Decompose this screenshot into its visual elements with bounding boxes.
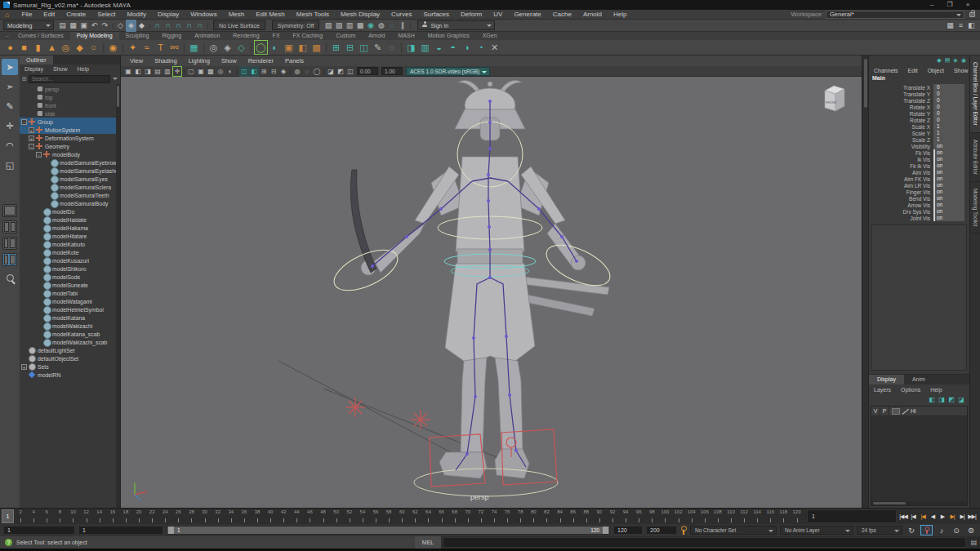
channel-value-field[interactable]: on	[933, 182, 964, 189]
timeline-tick[interactable]: 118	[777, 509, 790, 523]
timeline-tick[interactable]: 2	[14, 509, 27, 523]
menu-item[interactable]: Curves	[385, 11, 417, 18]
expander-icon[interactable]	[36, 315, 42, 321]
outliner-item[interactable]: defaultLightSet	[20, 346, 120, 354]
scale-tool[interactable]: ◱	[2, 157, 18, 173]
auto-key-button[interactable]	[920, 525, 933, 535]
channel-value-field[interactable]: on	[933, 215, 964, 221]
channel-value-field[interactable]: 0	[933, 104, 964, 110]
smooth-icon[interactable]: ▩	[310, 40, 323, 55]
menu-item[interactable]: Edit	[38, 11, 60, 18]
poly-cylinder-icon[interactable]: ▮	[31, 40, 45, 55]
outliner-item[interactable]: modelSamuraiBody	[20, 199, 120, 207]
new-layer-from-selected-icon[interactable]: ◨	[937, 394, 947, 405]
camera-attributes-icon[interactable]: ◨	[143, 66, 153, 77]
timeline-tick[interactable]: 18	[119, 509, 132, 523]
step-back-frame-button[interactable]: |◀	[908, 513, 918, 520]
command-input[interactable]	[443, 537, 966, 548]
shaded-icon[interactable]: ▣	[196, 66, 206, 77]
mute-audio-icon[interactable]: ♪	[936, 527, 947, 535]
live-surface-field[interactable]: No Live Surface	[213, 20, 265, 30]
layer-playback-toggle[interactable]: P	[880, 407, 889, 416]
expander-icon[interactable]	[36, 258, 42, 264]
outliner-item[interactable]: modelSamuraiTeeth	[20, 191, 120, 199]
expander-icon[interactable]	[21, 348, 27, 353]
snap-together-icon[interactable]: ◈	[220, 40, 234, 55]
timeline-tick[interactable]: 102	[671, 509, 684, 523]
menu-item[interactable]: Mesh Display	[335, 11, 385, 18]
expander-icon[interactable]: -	[21, 119, 27, 125]
channel-value-field[interactable]: on	[933, 162, 964, 169]
timeline-tick[interactable]: 6	[40, 509, 53, 523]
timeline-tick[interactable]: 64	[421, 509, 434, 523]
channelbox-menu[interactable]: Edit	[903, 68, 923, 73]
divider[interactable]: |	[181, 40, 187, 55]
outliner-item[interactable]: + Sets	[20, 362, 120, 371]
timeline-tick[interactable]: 104	[685, 509, 698, 523]
workspace-select[interactable]: General*	[826, 11, 964, 19]
outliner-item[interactable]: modelHitatare	[20, 232, 120, 240]
timeline-tick[interactable]: 26	[172, 509, 185, 523]
safe-title-icon[interactable]: ◈	[278, 66, 288, 77]
outliner-item[interactable]: side	[20, 109, 120, 118]
channel-value-field[interactable]: 0	[933, 91, 964, 97]
timeline-tick[interactable]: 60	[395, 509, 408, 523]
outliner-item[interactable]: modelSamuraiEyes	[20, 175, 120, 183]
lock-icon[interactable]	[969, 12, 975, 17]
timeline-tick[interactable]: 84	[553, 509, 566, 523]
gate-mask-icon[interactable]: ◧	[249, 66, 259, 77]
script-editor-icon[interactable]: ▤	[968, 536, 980, 549]
poly-disc-icon[interactable]: ○	[87, 40, 100, 55]
outliner-item[interactable]: modelHaidate	[20, 216, 120, 224]
channel-value-field[interactable]: on	[933, 156, 964, 162]
menu-item[interactable]: Edit Mesh	[250, 11, 291, 18]
outliner-item[interactable]: + DeformationSystem	[20, 134, 120, 142]
channel-value-field[interactable]: on	[933, 143, 964, 149]
timeline-tick[interactable]: 16	[106, 509, 119, 523]
menu-item[interactable]: UV	[488, 11, 508, 18]
expander-icon[interactable]	[36, 217, 42, 223]
channel-value-field[interactable]: on	[933, 208, 964, 215]
expander-icon[interactable]	[36, 274, 42, 280]
render-view-icon[interactable]: ◉	[365, 20, 376, 32]
snap-plane-icon[interactable]: ∩	[184, 20, 194, 32]
expander-icon[interactable]	[36, 266, 42, 272]
layout-outliner-persp-button[interactable]	[2, 253, 17, 266]
outliner-item[interactable]: modelWakizachi_scab	[20, 338, 120, 346]
timeline-tick[interactable]: 100	[658, 509, 671, 523]
timeline-tick[interactable]: 72	[474, 509, 488, 523]
boolean-icon[interactable]: ◐	[268, 40, 282, 55]
timeline-tick[interactable]: 42	[277, 509, 290, 523]
resolution-gate-icon[interactable]: ◫	[239, 66, 249, 77]
expander-icon[interactable]	[21, 372, 27, 378]
timeline-tick[interactable]: 78	[514, 509, 527, 523]
lasso-tool[interactable]: ➣	[2, 78, 18, 95]
channel-value-field[interactable]: 1	[933, 123, 964, 130]
timeline-tick[interactable]: 116	[764, 509, 777, 523]
animation-start-field[interactable]: 1	[3, 526, 75, 535]
menu-item[interactable]: Help	[608, 11, 632, 18]
textured-icon[interactable]: ▩	[206, 66, 216, 77]
expander-icon[interactable]	[36, 250, 42, 256]
expander-icon[interactable]	[43, 201, 49, 207]
outliner-item[interactable]: modelKatana	[20, 313, 120, 322]
expander-icon[interactable]	[36, 291, 42, 296]
expander-icon[interactable]	[21, 356, 27, 362]
expander-icon[interactable]	[43, 176, 49, 182]
move-layer-down-icon[interactable]: ◪	[956, 394, 966, 405]
layer-editor-menu[interactable]: Help	[925, 387, 947, 393]
combine-icon[interactable]: ▣	[282, 40, 296, 55]
selection-highlight-icon[interactable]: ◫	[345, 66, 355, 77]
shelf-tab[interactable]: Poly Modeling	[70, 32, 119, 40]
channelbox-menu[interactable]: Channels	[869, 68, 903, 73]
timeline-tick[interactable]: 68	[448, 509, 461, 523]
sidebar-tab[interactable]: Modeling Toolkit	[970, 182, 980, 234]
outliner-item[interactable]: front	[20, 101, 120, 109]
timeline-tick[interactable]: 98	[645, 509, 658, 523]
shelf-tab[interactable]: Curves / Surfaces	[11, 32, 70, 40]
outliner-item[interactable]: defaultObjectSet	[20, 354, 120, 362]
layer-visibility-toggle[interactable]: V	[871, 407, 880, 416]
samurai-model[interactable]	[350, 80, 609, 478]
multi-cut-icon[interactable]: ✎	[371, 40, 385, 55]
outliner-item[interactable]: modelKusazuri	[20, 256, 120, 264]
